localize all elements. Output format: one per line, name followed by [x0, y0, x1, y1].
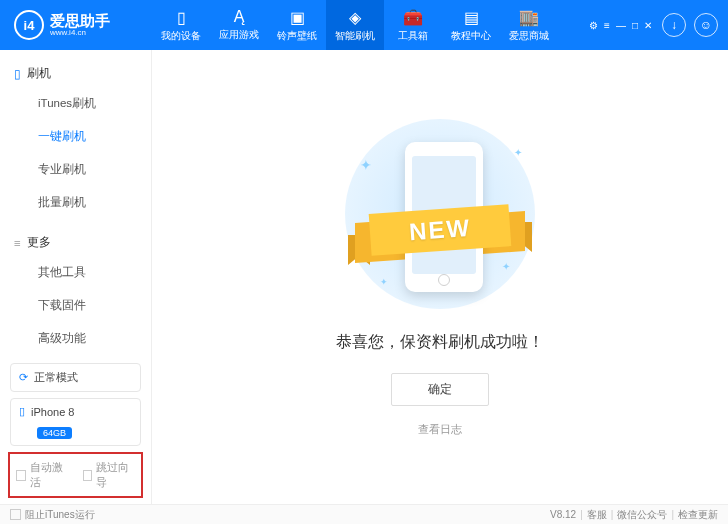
capacity-badge: 64GB	[37, 427, 72, 439]
nav-tutorials[interactable]: ▤教程中心	[442, 0, 500, 50]
flash-icon: ◈	[349, 8, 361, 27]
store-icon: 🏬	[519, 8, 539, 27]
checkbox-label: 阻止iTunes运行	[25, 508, 95, 522]
separator: |	[671, 509, 674, 520]
nav-ringtones[interactable]: ▣铃声壁纸	[268, 0, 326, 50]
nav-smart-flash[interactable]: ◈智能刷机	[326, 0, 384, 50]
nav-label: 教程中心	[451, 29, 491, 43]
phone-outline-icon: ▯	[14, 67, 21, 81]
nav-toolbox[interactable]: 🧰工具箱	[384, 0, 442, 50]
ok-button[interactable]: 确定	[391, 373, 489, 406]
checkbox-label: 自动激活	[30, 460, 69, 490]
checkbox-icon	[16, 470, 26, 481]
nav-label: 爱思商城	[509, 29, 549, 43]
phone-small-icon: ▯	[19, 405, 25, 418]
sidebar-item-onekey-flash[interactable]: 一键刷机	[0, 120, 151, 153]
sidebar-item-other-tools[interactable]: 其他工具	[0, 256, 151, 289]
app-logo: i4 爱思助手 www.i4.cn	[0, 10, 152, 40]
version-label: V8.12	[550, 509, 576, 520]
nav-apps-games[interactable]: Ą应用游戏	[210, 0, 268, 50]
checkbox-icon	[83, 470, 93, 481]
support-link[interactable]: 客服	[587, 508, 607, 522]
sidebar-item-pro-flash[interactable]: 专业刷机	[0, 153, 151, 186]
success-message: 恭喜您，保资料刷机成功啦！	[336, 332, 544, 353]
checkbox-skip-setup[interactable]: 跳过向导	[83, 460, 136, 490]
refresh-icon: ⟳	[19, 371, 28, 384]
success-illustration: ✦ ✦ ✦ ✦ NEW	[340, 117, 540, 312]
nav-label: 铃声壁纸	[277, 29, 317, 43]
sparkle-icon: ✦	[514, 147, 522, 158]
mode-indicator[interactable]: ⟳ 正常模式	[10, 363, 141, 392]
download-button[interactable]: ↓	[662, 13, 686, 37]
checkbox-block-itunes[interactable]: 阻止iTunes运行	[10, 508, 95, 522]
nav-label: 智能刷机	[335, 29, 375, 43]
sidebar-item-advanced[interactable]: 高级功能	[0, 322, 151, 355]
more-icon: ≡	[14, 237, 21, 249]
nav-label: 工具箱	[398, 29, 428, 43]
app-name: 爱思助手	[50, 13, 110, 28]
toolbox-icon: 🧰	[403, 8, 423, 27]
check-update-link[interactable]: 检查更新	[678, 508, 718, 522]
mode-label: 正常模式	[34, 370, 78, 385]
close-icon[interactable]: ✕	[644, 20, 652, 31]
maximize-icon[interactable]: □	[632, 20, 638, 31]
nav-label: 我的设备	[161, 29, 201, 43]
checkbox-label: 跳过向导	[96, 460, 135, 490]
options-highlight-box: 自动激活 跳过向导	[8, 452, 143, 498]
nav-my-device[interactable]: ▯我的设备	[152, 0, 210, 50]
sidebar-item-download-firmware[interactable]: 下载固件	[0, 289, 151, 322]
image-icon: ▣	[290, 8, 305, 27]
device-card[interactable]: ▯ iPhone 8 64GB	[10, 398, 141, 446]
apps-icon: Ą	[234, 8, 245, 26]
sparkle-icon: ✦	[502, 261, 510, 272]
sidebar-section-flash: ▯刷机	[0, 60, 151, 87]
settings-icon[interactable]: ⚙	[589, 20, 598, 31]
sidebar-section-more: ≡更多	[0, 229, 151, 256]
logo-icon: i4	[14, 10, 44, 40]
nav-label: 应用游戏	[219, 28, 259, 42]
minimize-icon[interactable]: ―	[616, 20, 626, 31]
wechat-link[interactable]: 微信公众号	[617, 508, 667, 522]
checkbox-icon	[10, 509, 21, 520]
window-controls: ⚙ ≡ ― □ ✕	[589, 20, 652, 31]
book-icon: ▤	[464, 8, 479, 27]
separator: |	[580, 509, 583, 520]
sidebar-item-batch-flash[interactable]: 批量刷机	[0, 186, 151, 219]
separator: |	[611, 509, 614, 520]
device-name: iPhone 8	[31, 406, 74, 418]
checkbox-auto-activate[interactable]: 自动激活	[16, 460, 69, 490]
account-button[interactable]: ☺	[694, 13, 718, 37]
phone-icon: ▯	[177, 8, 186, 27]
nav-store[interactable]: 🏬爱思商城	[500, 0, 558, 50]
view-log-link[interactable]: 查看日志	[418, 422, 462, 437]
sidebar-item-itunes-flash[interactable]: iTunes刷机	[0, 87, 151, 120]
section-title: 刷机	[27, 66, 51, 81]
section-title: 更多	[27, 235, 51, 250]
app-url: www.i4.cn	[50, 28, 110, 37]
sparkle-icon: ✦	[360, 157, 372, 173]
sparkle-icon: ✦	[380, 277, 388, 287]
menu-icon[interactable]: ≡	[604, 20, 610, 31]
